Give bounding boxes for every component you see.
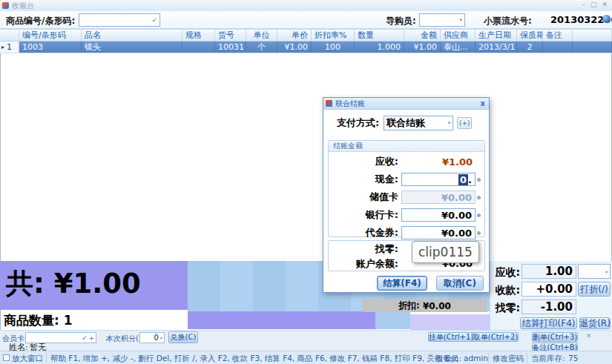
cash-input[interactable]: 0. bbox=[401, 173, 476, 186]
received-input[interactable]: +0.00 bbox=[521, 282, 576, 297]
col-qty[interactable]: 数量 bbox=[355, 30, 404, 41]
zoom-window-checkbox[interactable] bbox=[3, 354, 10, 361]
total-value: ¥1.00 bbox=[54, 268, 141, 300]
chevron-down-icon[interactable]: ▾ bbox=[448, 120, 451, 126]
chevron-down-icon[interactable]: ▾ bbox=[160, 335, 162, 340]
bank-card-row: 银行卡: ¥0.00 bbox=[329, 207, 484, 223]
col-name[interactable]: 品名 bbox=[82, 30, 182, 41]
cell-shelf-life[interactable]: 2 bbox=[517, 42, 543, 53]
voucher-input[interactable]: ¥0.00 bbox=[401, 226, 476, 239]
chevron-down-icon[interactable]: ▾ bbox=[459, 17, 462, 23]
cell-itemno[interactable]: 10031 bbox=[215, 42, 246, 53]
col-remark[interactable]: 备注 bbox=[543, 30, 573, 41]
window-title: 收银台 bbox=[12, 1, 34, 11]
minimize-icon[interactable]: – bbox=[582, 1, 585, 8]
change-label: 找零: bbox=[490, 302, 520, 315]
table-header: 编号/条形码 品名 规格 货号 单位 单价 折扣率% 数量 金额 供应商 生产日… bbox=[0, 29, 612, 42]
cell-unit[interactable]: 个 bbox=[246, 42, 277, 53]
status-bar: 放大窗口 帮助 F1, 增加 +, 减少 -, 删行 Del, 打折 /, 录入… bbox=[0, 351, 612, 364]
spinner-icon[interactable] bbox=[477, 214, 481, 217]
spinner-icon bbox=[477, 196, 481, 199]
cell-code[interactable]: 1003 bbox=[19, 42, 82, 53]
combo-check-icon[interactable]: ✓ bbox=[151, 16, 157, 24]
close-icon[interactable]: ✕ bbox=[602, 1, 608, 8]
retrieve-order-button[interactable]: 取单(Ctrl+2) bbox=[473, 332, 519, 342]
zoom-window-label: 放大窗口 bbox=[12, 354, 43, 364]
discount-button[interactable]: 打折(/) bbox=[578, 282, 611, 297]
plus-icon[interactable]: + bbox=[88, 334, 94, 342]
stored-card-label: 储值卡 bbox=[329, 191, 398, 204]
table-row[interactable]: ▸ 1 1003 镜头 10031 个 ¥1.00 100 1.000 ¥1.0… bbox=[0, 42, 612, 53]
cell-supplier[interactable]: 泰山... bbox=[441, 42, 476, 53]
cell-name[interactable]: 镜头 bbox=[82, 42, 182, 53]
settle-print-button[interactable]: 结算打印(F4) bbox=[520, 317, 577, 329]
cancel-button[interactable]: 取消(C) bbox=[436, 276, 484, 291]
product-code-input[interactable]: ✓ bbox=[79, 13, 160, 27]
receivable-label: 应收: bbox=[490, 266, 520, 279]
dialog-close-icon[interactable]: x bbox=[481, 99, 485, 107]
title-bar: 收银台 – ▢ ✕ bbox=[0, 0, 612, 11]
col-discount-rate[interactable]: 折扣率% bbox=[312, 30, 355, 41]
change-password-link[interactable]: 修改密码 bbox=[493, 354, 524, 364]
panel-close-icon[interactable]: ✕ bbox=[586, 332, 592, 340]
change-input: -1.00 bbox=[521, 300, 576, 314]
guide-combo[interactable]: ▾ bbox=[419, 13, 465, 27]
toolbar: 商品编号/条形码: ✓ 导购员: ▾ 小票流水号: 201303220004 bbox=[0, 11, 612, 29]
item-quantity: 商品数量: 1 bbox=[4, 312, 73, 329]
col-price[interactable]: 单价 bbox=[277, 30, 312, 41]
refund-button[interactable]: 退货(R) bbox=[579, 317, 611, 329]
cell-filler bbox=[573, 42, 612, 53]
cashier-label: 收银员: bbox=[435, 354, 461, 364]
spinner-icon[interactable] bbox=[477, 231, 481, 235]
spinner-icon[interactable] bbox=[477, 178, 481, 182]
cell-amount[interactable]: ¥1.00 bbox=[404, 42, 441, 53]
discount-label: 折扣: bbox=[398, 300, 420, 312]
col-unit[interactable]: 单位 bbox=[246, 30, 277, 41]
col-prod-date[interactable]: 生产日期 bbox=[476, 30, 517, 41]
restore-icon[interactable]: ▢ bbox=[590, 1, 597, 8]
balance-label: 账户余额: bbox=[329, 257, 398, 271]
received-label: 收款: bbox=[490, 284, 520, 297]
receivable-input: 1.00 bbox=[521, 264, 576, 279]
col-spec[interactable]: 规格 bbox=[182, 30, 215, 41]
cash-selected-text: 0 bbox=[458, 174, 468, 185]
cell-remark[interactable] bbox=[543, 42, 573, 53]
add-payment-button[interactable]: (+) bbox=[457, 117, 472, 129]
redeem-button[interactable]: 兑换(C) bbox=[168, 331, 198, 343]
cell-price[interactable]: ¥1.00 bbox=[277, 42, 312, 53]
qty-label: 商品数量: bbox=[4, 313, 59, 328]
lavender-strip bbox=[410, 314, 490, 330]
app-icon bbox=[2, 2, 9, 9]
payment-type-combo[interactable]: ▾ bbox=[578, 264, 611, 279]
dlg-change-label: 找零: bbox=[329, 242, 398, 256]
product-code-label: 商品编号/条形码: bbox=[6, 15, 75, 27]
clip-tooltip: clip0115 bbox=[412, 241, 479, 263]
delete-order-button[interactable]: 删单(Ctrl+3) bbox=[532, 332, 578, 342]
points-input[interactable]: 0 ▾ bbox=[139, 332, 165, 343]
hotkey-help-text: 帮助 F1, 增加 +, 减少 -, 删行 Del, 打折 /, 录入 F2, … bbox=[50, 354, 458, 364]
col-shelf-life[interactable]: 保质期 bbox=[517, 30, 543, 41]
cash-label: 现金: bbox=[329, 173, 398, 186]
cell-prod-date[interactable]: 2013/3/1 bbox=[476, 42, 517, 53]
col-amount[interactable]: 金额 bbox=[404, 30, 441, 41]
refresh-icon[interactable] bbox=[602, 15, 611, 23]
cell-spec[interactable] bbox=[182, 42, 215, 53]
voucher-row: 代金券: ¥0.00 bbox=[329, 225, 484, 241]
member-bar: 会员卡(Z): ✓ + 本次积分(X): 0 ▾ 兑换(C) 姓名: 暂无 挂单… bbox=[0, 330, 612, 351]
combo-check-icon[interactable]: ✓ bbox=[82, 334, 88, 342]
bank-card-input[interactable]: ¥0.00 bbox=[401, 208, 476, 222]
stock-value: 75 bbox=[568, 354, 578, 363]
col-code[interactable]: 编号/条形码 bbox=[19, 30, 82, 41]
voucher-label: 代金券: bbox=[329, 226, 398, 239]
col-supplier[interactable]: 供应商 bbox=[441, 30, 476, 41]
col-itemno[interactable]: 货号 bbox=[215, 30, 246, 41]
cell-qty[interactable]: 1.000 bbox=[355, 42, 404, 53]
chevron-down-icon[interactable]: ▾ bbox=[605, 269, 608, 274]
hold-order-button[interactable]: 挂单(Ctrl+1) bbox=[428, 332, 474, 342]
settle-button[interactable]: 结算(F4) bbox=[377, 276, 427, 291]
cashier-value: admin bbox=[464, 354, 488, 363]
cell-discount-rate[interactable]: 100 bbox=[312, 42, 355, 53]
payment-method-row: 支付方式: 联合结账 ▾ (+) bbox=[323, 116, 489, 130]
payment-method-combo[interactable]: 联合结账 ▾ bbox=[384, 116, 453, 130]
dialog-title-bar[interactable]: 联合结账 x bbox=[323, 98, 489, 110]
